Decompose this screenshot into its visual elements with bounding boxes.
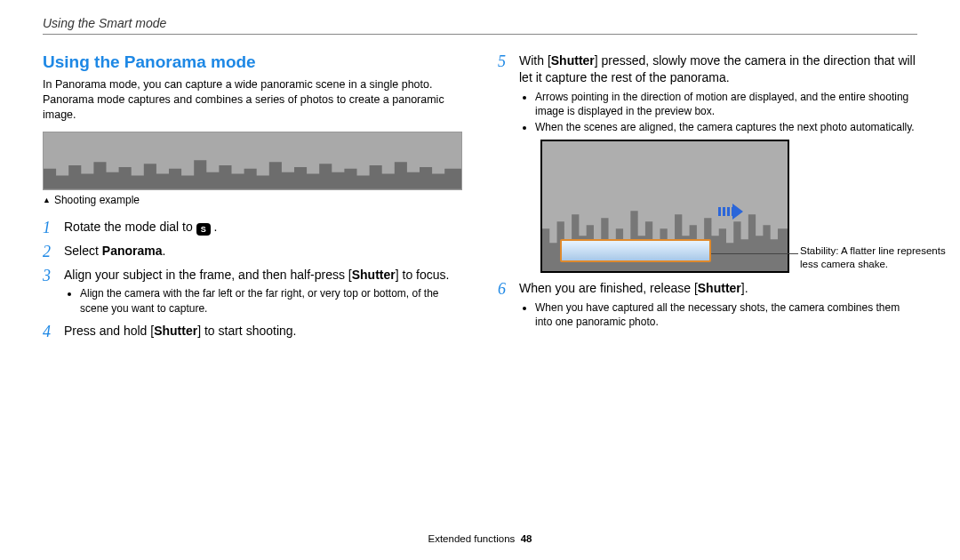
step-5-sub-1: Arrows pointing in the direction of moti… <box>535 90 917 118</box>
step-6-sublist: When you have captured all the necessary… <box>535 300 917 329</box>
stability-strip <box>560 239 711 262</box>
step-4: Press and hold [Shutter] to start shooti… <box>43 323 462 340</box>
step-2-text-a: Select <box>64 244 102 258</box>
skyline-graphic <box>44 156 461 189</box>
step-4-text-a: Press and hold [ <box>64 324 154 338</box>
preview-wrapper: Stability: A flatter line represents les… <box>540 140 878 273</box>
arrow-body-icon <box>718 207 732 216</box>
stability-callout: Stability: A flatter line represents les… <box>800 244 951 271</box>
right-column: With [Shutter] pressed, slowly move the … <box>498 52 917 347</box>
step-4-bold: Shutter <box>154 324 197 338</box>
step-3-text-c: ] to focus. <box>396 268 450 282</box>
step-3-sub-1: Align the camera with the far left or th… <box>80 286 462 315</box>
step-1: Rotate the mode dial to S . <box>43 219 462 236</box>
content-columns: Using the Panorama mode In Panorama mode… <box>43 52 917 347</box>
step-6-text-c: ]. <box>741 281 748 295</box>
step-5-text-a: With [ <box>519 53 551 68</box>
step-4-text-c: ] to start shooting. <box>197 324 296 338</box>
step-5-bold: Shutter <box>551 53 595 68</box>
intro-text: In Panorama mode, you can capture a wide… <box>43 77 462 123</box>
footer-section: Extended functions <box>428 533 515 544</box>
callout-line <box>711 253 798 254</box>
direction-arrow-icon <box>718 204 743 220</box>
step-3: Align your subject in the frame, and the… <box>43 267 462 316</box>
arrow-head-icon <box>732 204 743 220</box>
image-caption: Shooting example <box>43 194 462 206</box>
section-title: Using the Panorama mode <box>43 52 462 72</box>
page-header: Using the Smart mode <box>43 16 917 30</box>
step-2-text-c: . <box>163 244 166 258</box>
step-1-text-a: Rotate the mode dial to <box>64 220 196 234</box>
steps-list-left: Rotate the mode dial to S . Select Panor… <box>43 219 462 340</box>
step-5-sub-2: When the scenes are aligned, the camera … <box>535 120 917 134</box>
step-5-sublist: Arrows pointing in the direction of moti… <box>535 90 917 135</box>
step-6-text-a: When you are finished, release [ <box>519 281 698 295</box>
left-column: Using the Panorama mode In Panorama mode… <box>43 52 462 347</box>
page-footer: Extended functions 48 <box>0 533 960 544</box>
header-rule <box>43 34 917 35</box>
step-3-bold: Shutter <box>352 268 396 282</box>
mode-dial-s-icon: S <box>196 223 211 236</box>
step-3-text-a: Align your subject in the frame, and the… <box>64 268 352 282</box>
steps-list-right: With [Shutter] pressed, slowly move the … <box>498 52 917 330</box>
panorama-example-image <box>43 132 462 190</box>
step-1-text-b: . <box>211 220 218 234</box>
step-6: When you are finished, release [Shutter]… <box>498 280 917 329</box>
step-2: Select Panorama. <box>43 243 462 260</box>
step-3-sublist: Align the camera with the far left or th… <box>80 286 462 315</box>
step-2-bold: Panorama <box>102 244 163 258</box>
step-5: With [Shutter] pressed, slowly move the … <box>498 52 917 273</box>
step-6-bold: Shutter <box>698 281 741 295</box>
step-6-sub-1: When you have captured all the necessary… <box>535 300 917 329</box>
footer-page-number: 48 <box>521 533 532 544</box>
